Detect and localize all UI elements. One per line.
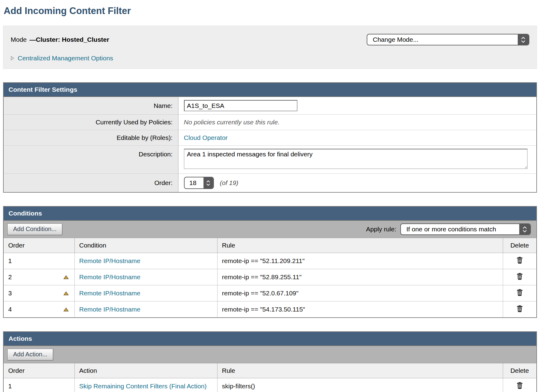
action-link[interactable]: Skip Remaining Content Filters (Final Ac… bbox=[79, 383, 207, 390]
trash-icon bbox=[517, 257, 523, 264]
roles-label: Editable by (Roles): bbox=[4, 130, 178, 146]
conditions-col-delete: Delete bbox=[503, 238, 536, 253]
add-condition-button[interactable]: Add Condition... bbox=[7, 223, 62, 235]
conditions-toolbar: Add Condition... Apply rule: If one or m… bbox=[4, 221, 536, 238]
mode-line: Mode—Cluster: Hosted_Cluster bbox=[11, 36, 109, 43]
stepper-icon bbox=[518, 34, 529, 45]
condition-order: 4 bbox=[8, 306, 12, 313]
condition-link[interactable]: Remote IP/Hostname bbox=[79, 273, 141, 280]
delete-condition-button[interactable] bbox=[517, 257, 523, 264]
condition-order: 2 bbox=[8, 273, 12, 281]
condition-row: 3 Remote IP/Hostname remote-ip == "52.0.… bbox=[4, 285, 536, 301]
order-label: Order: bbox=[4, 174, 178, 192]
actions-col-action: Action bbox=[74, 363, 217, 378]
apply-rule-select[interactable]: If one or more conditions match bbox=[400, 223, 531, 235]
trash-icon bbox=[517, 305, 523, 312]
delete-condition-button[interactable] bbox=[517, 289, 523, 296]
conditions-col-condition: Condition bbox=[74, 238, 217, 253]
name-label: Name: bbox=[4, 97, 178, 115]
delete-condition-button[interactable] bbox=[517, 305, 523, 312]
condition-link[interactable]: Remote IP/Hostname bbox=[79, 290, 141, 297]
actions-col-rule: Rule bbox=[217, 363, 503, 378]
mode-value: —Cluster: Hosted_Cluster bbox=[30, 36, 109, 43]
trash-icon bbox=[517, 382, 523, 389]
name-row: Name: bbox=[4, 97, 536, 115]
expand-triangle-icon[interactable] bbox=[11, 56, 14, 61]
condition-row: 1 Remote IP/Hostname remote-ip == "52.11… bbox=[4, 253, 536, 269]
condition-rule: remote-ip == "52.11.209.211" bbox=[222, 257, 305, 264]
description-label: Description: bbox=[4, 146, 178, 174]
trash-icon bbox=[517, 273, 523, 280]
conditions-col-order: Order bbox=[4, 238, 74, 253]
add-action-button[interactable]: Add Action... bbox=[7, 349, 53, 360]
change-mode-select[interactable]: Change Mode... bbox=[367, 34, 529, 45]
condition-link[interactable]: Remote IP/Hostname bbox=[79, 257, 141, 264]
description-row: Description: Area 1 inspected messages f… bbox=[4, 146, 536, 174]
condition-order: 3 bbox=[8, 290, 12, 297]
cloud-operator-link[interactable]: Cloud Operator bbox=[184, 134, 228, 141]
actions-section: Actions Add Action... Order Action Rule … bbox=[3, 331, 537, 392]
order-total: (of 19) bbox=[220, 179, 239, 187]
conditions-col-rule: Rule bbox=[217, 238, 503, 253]
actions-col-delete: Delete bbox=[503, 363, 536, 378]
page-title: Add Incoming Content Filter bbox=[4, 5, 537, 16]
arrow-up-icon bbox=[63, 275, 69, 279]
apply-rule-label: Apply rule: bbox=[366, 226, 396, 233]
condition-rule: remote-ip == "54.173.50.115" bbox=[222, 306, 305, 313]
conditions-section: Conditions Add Condition... Apply rule: … bbox=[3, 206, 537, 318]
description-textarea[interactable]: Area 1 inspected messages for final deli… bbox=[184, 149, 527, 169]
stepper-icon bbox=[519, 224, 530, 234]
move-up-button[interactable] bbox=[62, 308, 70, 312]
action-rule: skip-filters() bbox=[222, 383, 255, 390]
condition-rule: remote-ip == "52.89.255.11" bbox=[222, 273, 302, 280]
content-filter-settings-section: Content Filter Settings Name: Currently … bbox=[3, 82, 537, 193]
order-select[interactable]: 18 bbox=[184, 177, 214, 189]
condition-rule: remote-ip == "52.0.67.109" bbox=[222, 290, 299, 297]
actions-section-header: Actions bbox=[4, 332, 536, 346]
action-order: 1 bbox=[8, 383, 12, 390]
actions-col-order: Order bbox=[4, 363, 74, 378]
change-mode-selected-value: Change Mode... bbox=[367, 36, 518, 43]
order-row: Order: 18 (of 19) bbox=[4, 174, 536, 192]
action-row: 1 Skip Remaining Content Filters (Final … bbox=[4, 378, 536, 392]
arrow-up-icon bbox=[63, 291, 69, 295]
move-up-button[interactable] bbox=[62, 291, 70, 295]
conditions-section-header: Conditions bbox=[4, 207, 536, 221]
name-input[interactable] bbox=[184, 100, 297, 111]
policies-row: Currently Used by Policies: No policies … bbox=[4, 115, 536, 130]
centralized-management-options-link[interactable]: Centralized Management Options bbox=[18, 55, 113, 62]
policies-value: No policies currently use this rule. bbox=[184, 119, 280, 126]
delete-condition-button[interactable] bbox=[517, 273, 523, 280]
condition-order: 1 bbox=[8, 257, 12, 265]
actions-toolbar: Add Action... bbox=[4, 346, 536, 363]
mode-panel: Mode—Cluster: Hosted_Cluster Change Mode… bbox=[3, 26, 537, 69]
apply-rule-selected-value: If one or more conditions match bbox=[401, 226, 519, 233]
move-up-button[interactable] bbox=[62, 275, 70, 279]
stepper-icon bbox=[203, 177, 213, 188]
mode-label: Mode bbox=[11, 36, 27, 43]
roles-row: Editable by (Roles): Cloud Operator bbox=[4, 130, 536, 146]
condition-link[interactable]: Remote IP/Hostname bbox=[79, 306, 141, 313]
order-selected-value: 18 bbox=[185, 179, 203, 187]
settings-section-header: Content Filter Settings bbox=[4, 83, 536, 97]
arrow-up-icon bbox=[63, 308, 69, 312]
condition-row: 2 Remote IP/Hostname remote-ip == "52.89… bbox=[4, 269, 536, 285]
condition-row: 4 Remote IP/Hostname remote-ip == "54.17… bbox=[4, 301, 536, 318]
trash-icon bbox=[517, 289, 523, 296]
policies-label: Currently Used by Policies: bbox=[4, 115, 178, 130]
delete-action-button[interactable] bbox=[517, 382, 523, 389]
